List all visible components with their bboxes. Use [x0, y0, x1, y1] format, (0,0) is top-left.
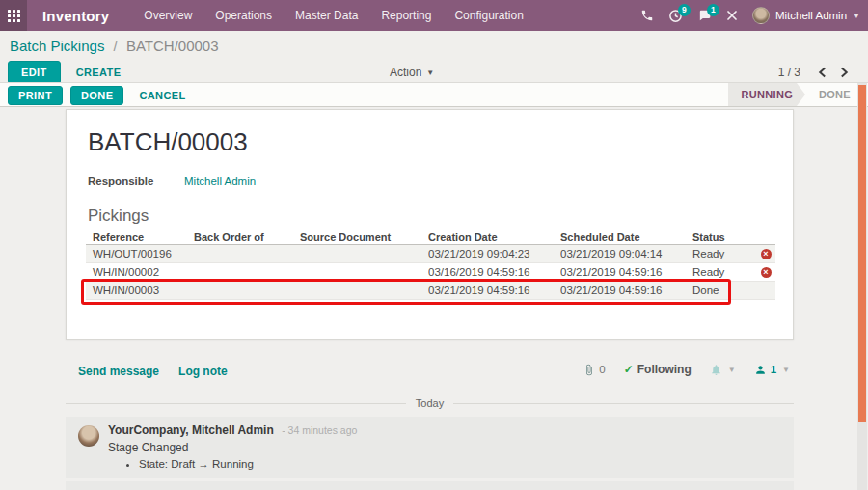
following-button[interactable]: ✓ Following: [624, 363, 692, 376]
pager-previous-button[interactable]: [816, 66, 828, 79]
page-scrollbar[interactable]: [857, 83, 867, 490]
action-menu-label: Action: [390, 66, 421, 79]
cell-reference: WH/OUT/00196: [86, 248, 194, 259]
tools-icon[interactable]: [726, 10, 738, 21]
attachments-button[interactable]: 0: [583, 364, 605, 376]
control-panel: Batch Pickings / BATCH/00003 EDIT CREATE…: [0, 31, 868, 82]
chevron-down-icon: ▼: [782, 366, 790, 374]
chevron-left-icon: [818, 67, 827, 78]
today-divider-label: Today: [406, 397, 453, 409]
message-author[interactable]: YourCompany, Mitchell Admin: [108, 423, 274, 437]
person-icon: [754, 364, 767, 376]
breadcrumb-batch-pickings[interactable]: Batch Pickings: [10, 38, 104, 54]
send-message-button[interactable]: Send message: [78, 365, 159, 378]
menu-item-operations[interactable]: Operations: [205, 0, 282, 31]
messages-icon[interactable]: 1: [697, 9, 712, 22]
subscribe-bell-button[interactable]: ▼: [710, 364, 736, 376]
cell-status: Ready: [692, 266, 756, 278]
pager-next-button[interactable]: [838, 66, 851, 79]
header-back-order-of[interactable]: Back Order of: [194, 231, 300, 243]
chatter-message: YourCompany, Mitchell Admin - 34 minutes…: [66, 481, 794, 490]
statusbar-buttons: PRINT DONE CANCEL: [8, 85, 188, 106]
state-running[interactable]: RUNNING: [728, 83, 805, 106]
form-sheet: BATCH/00003 Responsible Mitchell Admin P…: [66, 109, 794, 340]
message-timestamp: - 34 minutes ago: [282, 424, 357, 436]
menu-item-reporting[interactable]: Reporting: [371, 0, 441, 31]
user-name: Mitchell Admin: [775, 10, 847, 21]
form-statusbar: PRINT DONE CANCEL RUNNING DONE: [0, 82, 868, 107]
cancel-button[interactable]: CANCEL: [137, 85, 187, 106]
message-avatar[interactable]: [78, 425, 99, 447]
action-menu[interactable]: Action ▼: [390, 66, 434, 79]
user-menu[interactable]: Mitchell Admin ▼: [752, 7, 860, 24]
followers-count: 1: [771, 364, 776, 375]
menu-item-overview[interactable]: Overview: [134, 0, 202, 31]
odoo-inventory-screen: Inventory Overview Operations Master Dat…: [0, 0, 868, 490]
edit-button[interactable]: EDIT: [8, 61, 61, 84]
print-button[interactable]: PRINT: [8, 86, 63, 105]
cell-scheduled-date: 03/21/2019 09:04:14: [560, 248, 692, 259]
cell-scheduled-date: 03/21/2019 04:59:16: [560, 266, 692, 278]
header-source-document[interactable]: Source Document: [300, 231, 428, 243]
breadcrumb-separator: /: [114, 38, 118, 54]
header-scheduled-date[interactable]: Scheduled Date: [560, 231, 692, 243]
delete-row-icon[interactable]: ×: [761, 267, 772, 278]
table-row[interactable]: WH/OUT/00196 03/21/2019 09:04:23 03/21/2…: [86, 245, 775, 263]
attachments-count: 0: [599, 364, 605, 375]
message-detail: State: Draft → Running: [139, 457, 254, 472]
done-button[interactable]: DONE: [70, 86, 123, 105]
log-note-button[interactable]: Log note: [178, 365, 228, 378]
responsible-field: Responsible Mitchell Admin: [88, 176, 256, 187]
pickings-table: Reference Back Order of Source Document …: [86, 230, 775, 300]
record-title: BATCH/00003: [88, 127, 248, 157]
followers-button[interactable]: 1 ▼: [754, 364, 790, 376]
table-row-highlighted[interactable]: WH/IN/00003 03/21/2019 04:59:16 03/21/20…: [86, 282, 775, 300]
main-menu: Overview Operations Master Data Reportin…: [134, 0, 533, 31]
bell-icon: [710, 364, 722, 376]
menu-item-master-data[interactable]: Master Data: [285, 0, 367, 31]
chevron-right-icon: [840, 67, 849, 78]
breadcrumb-current: BATCH/00003: [126, 38, 219, 54]
cell-scheduled-date: 03/21/2019 04:59:16: [560, 285, 692, 296]
state-steps: RUNNING DONE: [728, 83, 856, 106]
chatter: Send message Log note 0 ✓ Following ▼ 1 …: [66, 347, 794, 490]
table-header-row: Reference Back Order of Source Document …: [86, 230, 775, 245]
chatter-tools: 0 ✓ Following ▼ 1 ▼: [583, 363, 790, 376]
table-row[interactable]: WH/IN/00002 03/16/2019 04:59:16 03/21/20…: [86, 263, 775, 282]
user-avatar: [752, 7, 770, 24]
check-icon: ✓: [624, 363, 634, 376]
chatter-actions: Send message Log note: [78, 365, 228, 378]
delete-row-icon[interactable]: ×: [761, 249, 772, 259]
message-subject: Stage Changed: [108, 441, 188, 454]
cell-reference: WH/IN/00002: [86, 266, 194, 278]
cell-status: Done: [692, 285, 756, 296]
activities-badge: 9: [678, 4, 691, 16]
cell-creation-date: 03/21/2019 09:04:23: [428, 248, 560, 259]
chevron-down-icon: ▼: [728, 366, 736, 374]
header-reference[interactable]: Reference: [86, 231, 194, 243]
scrollbar-thumb[interactable]: [858, 85, 866, 422]
state-done[interactable]: DONE: [805, 83, 856, 106]
phone-icon[interactable]: [640, 9, 654, 22]
cell-creation-date: 03/21/2019 04:59:16: [428, 285, 560, 296]
cell-reference: WH/IN/00003: [86, 285, 194, 296]
responsible-value-link[interactable]: Mitchell Admin: [184, 176, 256, 187]
activities-icon[interactable]: 9: [668, 9, 683, 23]
create-button[interactable]: CREATE: [74, 62, 123, 83]
chatter-message: YourCompany, Mitchell Admin - 34 minutes…: [66, 417, 794, 478]
header-status[interactable]: Status: [692, 231, 756, 243]
apps-menu-button[interactable]: [0, 0, 27, 31]
menu-item-configuration[interactable]: Configuration: [445, 0, 532, 31]
control-panel-buttons: EDIT CREATE: [8, 61, 122, 84]
following-label: Following: [637, 363, 692, 376]
record-pager: 1 / 3: [778, 66, 851, 79]
app-name[interactable]: Inventory: [42, 8, 109, 24]
header-creation-date[interactable]: Creation Date: [428, 231, 560, 243]
top-navbar: Inventory Overview Operations Master Dat…: [0, 0, 868, 31]
chevron-down-icon: ▼: [426, 68, 434, 77]
today-divider: Today: [66, 397, 794, 409]
cell-status: Ready: [692, 248, 756, 259]
cell-creation-date: 03/16/2019 04:59:16: [428, 266, 560, 278]
messages-badge: 1: [707, 4, 719, 16]
chevron-down-icon: ▼: [853, 12, 860, 20]
